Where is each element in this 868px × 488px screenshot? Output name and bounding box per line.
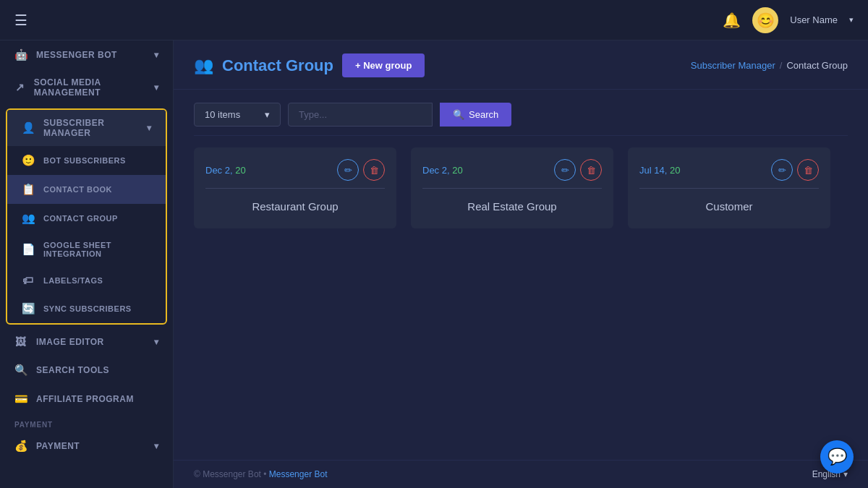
- google-sheet-icon: 📄: [22, 243, 35, 256]
- card-delete-button-1[interactable]: 🗑: [580, 159, 602, 181]
- card-delete-button-0[interactable]: 🗑: [363, 159, 385, 181]
- page-icon: 👥: [194, 56, 213, 75]
- social-media-chevron: ▾: [154, 82, 159, 93]
- footer: © Messenger Bot • Messenger Bot English …: [174, 460, 868, 488]
- card-edit-button-0[interactable]: ✏: [337, 159, 359, 181]
- sidebar-item-contact-book[interactable]: 📋 CONTACT BOOK: [7, 175, 166, 204]
- card-year-0: 20: [235, 165, 245, 176]
- card-date-0: Dec 2, 20: [205, 165, 246, 176]
- contact-book-icon: 📋: [22, 183, 35, 196]
- messenger-bot-chevron: ▾: [154, 50, 159, 60]
- sidebar-item-payment[interactable]: 💰 PAYMENT ▾: [0, 432, 173, 461]
- messenger-bot-label: MESSENGER BOT: [36, 50, 117, 60]
- social-media-label: SOCIAL MEDIA MANAGEMENT: [34, 77, 145, 98]
- items-dropdown[interactable]: 10 items ▾: [194, 103, 281, 127]
- social-media-icon: ↗: [14, 81, 25, 94]
- card-edit-button-2[interactable]: ✏: [771, 159, 793, 181]
- search-button[interactable]: 🔍 Search: [440, 103, 511, 127]
- content-divider: [194, 135, 848, 136]
- breadcrumb-separator: /: [780, 60, 783, 71]
- search-tools-icon: 🔍: [14, 364, 27, 377]
- card-top-2: Jul 14, 20 ✏ 🗑: [639, 159, 819, 181]
- affiliate-label: AFFILIATE PROGRAM: [36, 394, 134, 404]
- new-group-button[interactable]: + New group: [342, 53, 425, 77]
- sidebar-item-affiliate[interactable]: 💳 AFFILIATE PROGRAM: [0, 385, 173, 414]
- breadcrumb: Subscriber Manager / Contact Group: [691, 60, 848, 71]
- card-name-1: Real Estate Group: [422, 196, 602, 217]
- footer-link[interactable]: Messenger Bot: [269, 469, 328, 479]
- search-button-icon: 🔍: [453, 109, 464, 120]
- messenger-bot-icon: 🤖: [14, 48, 27, 61]
- footer-copy: © Messenger Bot • Messenger Bot: [194, 469, 327, 479]
- sidebar-item-search-tools[interactable]: 🔍 SEARCH TOOLS: [0, 356, 173, 385]
- card-delete-button-2[interactable]: 🗑: [797, 159, 819, 181]
- labels-tags-icon: 🏷: [22, 274, 35, 286]
- card-top-1: Dec 2, 20 ✏ 🗑: [422, 159, 602, 181]
- sidebar-item-bot-subscribers[interactable]: 🙂 BOT SUBSCRIBERS: [7, 146, 166, 175]
- card-date-2: Jul 14, 20: [639, 165, 680, 176]
- cards-grid: Dec 2, 20 ✏ 🗑 Restaurant Group Dec 2, 20…: [174, 147, 868, 228]
- sidebar-item-social-media[interactable]: ↗ SOCIAL MEDIA MANAGEMENT ▾: [0, 69, 173, 106]
- filter-bar: 10 items ▾ 🔍 Search: [174, 90, 868, 135]
- contact-book-label: CONTACT BOOK: [43, 185, 112, 194]
- payment-label: PAYMENT: [36, 441, 80, 451]
- main-content: 👥 Contact Group + New group Subscriber M…: [174, 40, 868, 488]
- payment-chevron: ▾: [154, 441, 159, 451]
- page-title: Contact Group: [222, 56, 333, 75]
- sync-subscribers-label: SYNC SUBSCRIBERS: [43, 304, 132, 313]
- card-divider-0: [205, 188, 385, 189]
- labels-tags-label: LABELS/TAGS: [43, 276, 103, 285]
- contact-group-label: CONTACT GROUP: [43, 214, 118, 223]
- items-count-label: 10 items: [205, 109, 240, 120]
- image-editor-icon: 🖼: [14, 335, 27, 348]
- avatar: 😊: [752, 7, 778, 33]
- card-actions-1: ✏ 🗑: [554, 159, 602, 181]
- card-name-2: Customer: [639, 196, 819, 217]
- chat-bubble-button[interactable]: 💬: [820, 440, 854, 474]
- subscriber-manager-group: 👤 SUBSCRIBER MANAGER ▾ 🙂 BOT SUBSCRIBERS…: [6, 108, 167, 325]
- sync-subscribers-icon: 🔄: [22, 302, 35, 315]
- top-navbar: ☰ 🔔 😊 User Name ▾: [0, 0, 868, 40]
- card-divider-1: [422, 188, 602, 189]
- card-actions-0: ✏ 🗑: [337, 159, 385, 181]
- card-name-0: Restaurant Group: [205, 196, 385, 217]
- card-divider-2: [639, 188, 819, 189]
- payment-section-label: PAYMENT: [0, 414, 173, 432]
- sidebar-item-subscriber-manager[interactable]: 👤 SUBSCRIBER MANAGER ▾: [7, 110, 166, 146]
- search-input[interactable]: [288, 103, 433, 127]
- hamburger-button[interactable]: ☰: [14, 12, 27, 29]
- layout: 🤖 MESSENGER BOT ▾ ↗ SOCIAL MEDIA MANAGEM…: [0, 40, 868, 488]
- card-actions-2: ✏ 🗑: [771, 159, 819, 181]
- sidebar-item-image-editor[interactable]: 🖼 IMAGE EDITOR ▾: [0, 328, 173, 356]
- contact-group-icon: 👥: [22, 212, 35, 225]
- sidebar-item-contact-group[interactable]: 👥 CONTACT GROUP: [7, 204, 166, 233]
- affiliate-icon: 💳: [14, 393, 27, 406]
- breadcrumb-current: Contact Group: [786, 60, 848, 71]
- footer-copy-text: © Messenger Bot: [194, 469, 261, 479]
- sidebar-item-labels-tags[interactable]: 🏷 LABELS/TAGS: [7, 266, 166, 294]
- sidebar-item-sync-subscribers[interactable]: 🔄 SYNC SUBSCRIBERS: [7, 294, 166, 323]
- user-name[interactable]: User Name: [790, 14, 838, 25]
- google-sheet-label: GOOGLE SHEET INTEGRATION: [43, 241, 151, 258]
- search-tools-label: SEARCH TOOLS: [36, 365, 109, 375]
- subscriber-manager-icon: 👤: [22, 121, 35, 134]
- card-year-2: 20: [670, 165, 680, 176]
- contact-card-1: Dec 2, 20 ✏ 🗑 Real Estate Group: [411, 147, 613, 228]
- items-dropdown-chevron: ▾: [265, 109, 270, 120]
- payment-icon: 💰: [14, 440, 27, 453]
- page-title-area: 👥 Contact Group + New group: [194, 53, 425, 77]
- contact-card-0: Dec 2, 20 ✏ 🗑 Restaurant Group: [194, 147, 396, 228]
- subscriber-manager-label: SUBSCRIBER MANAGER: [43, 118, 138, 138]
- nav-right: 🔔 😊 User Name ▾: [723, 7, 854, 33]
- page-header: 👥 Contact Group + New group Subscriber M…: [174, 40, 868, 90]
- breadcrumb-parent-link[interactable]: Subscriber Manager: [691, 60, 775, 71]
- card-top-0: Dec 2, 20 ✏ 🗑: [205, 159, 385, 181]
- bell-icon[interactable]: 🔔: [723, 12, 741, 29]
- user-chevron-icon: ▾: [849, 15, 854, 25]
- sidebar-item-messenger-bot[interactable]: 🤖 MESSENGER BOT ▾: [0, 40, 173, 69]
- bot-subscribers-icon: 🙂: [22, 154, 35, 167]
- image-editor-chevron: ▾: [154, 337, 159, 347]
- card-edit-button-1[interactable]: ✏: [554, 159, 576, 181]
- subscriber-manager-chevron: ▾: [147, 123, 152, 133]
- sidebar-item-google-sheet[interactable]: 📄 GOOGLE SHEET INTEGRATION: [7, 233, 166, 266]
